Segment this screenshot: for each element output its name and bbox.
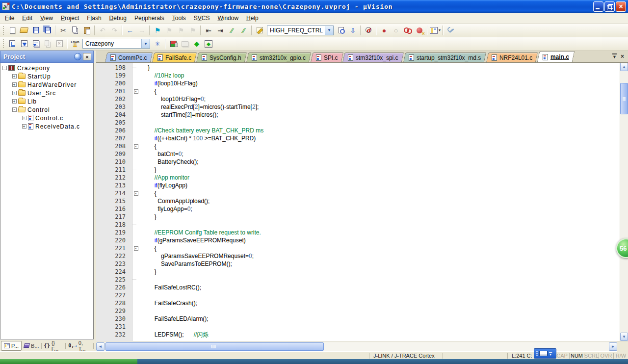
insert-remove-breakpoint-button[interactable]: ● xyxy=(378,25,390,36)
translate-button[interactable] xyxy=(6,38,18,50)
menu-project[interactable]: Project xyxy=(57,14,83,23)
menu-help[interactable]: Help xyxy=(242,14,262,23)
tree-item-startup[interactable]: +StartUp xyxy=(0,72,93,80)
tree-item-user-src[interactable]: +User_Src xyxy=(0,89,93,97)
project-panel-close-icon[interactable]: × xyxy=(83,53,91,60)
ime-options-icon[interactable]: ▬▾ xyxy=(549,351,552,356)
code-editor[interactable]: 198 }199 //10Hz loop200 if(loop10HzFlag)… xyxy=(96,63,620,341)
unindent-button[interactable]: ⇤ xyxy=(203,25,214,36)
toolbar-grip-icon[interactable] xyxy=(2,39,5,48)
menu-peripherals[interactable]: Peripherals xyxy=(131,14,168,23)
menu-debug[interactable]: Debug xyxy=(105,14,131,23)
keyboard-icon[interactable] xyxy=(539,351,548,356)
save-all-button[interactable] xyxy=(42,25,53,36)
menu-edit[interactable]: Edit xyxy=(18,14,36,23)
options-for-target-button[interactable]: ◆ xyxy=(191,38,203,50)
tree-item-hardwaredriver[interactable]: +HardWareDriver xyxy=(0,80,93,89)
navigate-forward-button[interactable]: → xyxy=(136,25,148,36)
tab-main-c[interactable]: main.c xyxy=(537,51,575,62)
scroll-up-icon[interactable]: ▲ xyxy=(620,63,628,71)
tab-startup-stm32f10x-md-s[interactable]: startup_stm32f10x_md.s xyxy=(403,52,487,62)
tree-item-lib[interactable]: +Lib xyxy=(0,97,93,105)
horizontal-scroll-track[interactable] xyxy=(105,342,609,351)
incremental-find-button[interactable]: ⇩ xyxy=(347,25,359,36)
copy-button[interactable] xyxy=(69,25,81,36)
menu-svcs[interactable]: SVCS xyxy=(190,14,214,23)
next-bookmark-button[interactable]: ⚑ xyxy=(175,25,187,36)
navigate-back-button[interactable]: ← xyxy=(124,25,136,36)
tree-item-receivedata-c[interactable]: +ReceiveData.c xyxy=(0,122,93,130)
menu-window[interactable]: Window xyxy=(213,14,242,23)
cut-button[interactable]: ✂ xyxy=(57,25,69,36)
uncomment-selection-button[interactable]: ∕∕ xyxy=(238,25,250,36)
fold-collapse-icon[interactable]: - xyxy=(134,246,138,251)
options-for-target-wand-button[interactable] xyxy=(152,38,163,50)
tab-list-icon[interactable]: ▼ xyxy=(612,53,617,59)
find-in-files-button[interactable] xyxy=(335,25,347,36)
undo-button[interactable]: ↶ xyxy=(97,25,108,36)
view-tab-fv[interactable]: {}{} F... xyxy=(42,341,66,351)
expand-icon[interactable]: + xyxy=(12,82,17,87)
enable-disable-breakpoint-button[interactable]: ○ xyxy=(390,25,402,36)
browse-information-button[interactable]: d xyxy=(363,25,374,36)
manage-project-items-button[interactable] xyxy=(203,38,214,50)
save-button[interactable] xyxy=(30,25,42,36)
new-file-button[interactable] xyxy=(6,25,18,36)
manage-run-time-environment-button[interactable] xyxy=(167,38,179,50)
tab-stm32f10x-spi-c[interactable]: stm32f10x_spi.c xyxy=(342,52,404,62)
window-layouts-button[interactable]: ▾ xyxy=(429,25,441,36)
download-to-flash-button[interactable] xyxy=(69,38,81,50)
view-tab-bv[interactable]: B... xyxy=(22,341,42,351)
tab-failsafe-c[interactable]: FailSafe.c xyxy=(152,52,197,62)
disable-all-breakpoints-button[interactable] xyxy=(402,25,414,36)
tab-stm32f10x-gpio-c[interactable]: stm32f10x_gpio.c xyxy=(246,52,311,62)
view-tab-tv[interactable]: 0,0, T... xyxy=(66,341,94,351)
find-text-combobox[interactable]: HIGH_FREQ_CTRL▼ xyxy=(267,26,334,35)
expand-icon[interactable]: + xyxy=(12,99,17,104)
menu-file[interactable]: File xyxy=(1,14,18,23)
horizontal-scroll-thumb[interactable] xyxy=(105,342,324,351)
auto-hide-pin-icon[interactable] xyxy=(74,53,81,60)
scroll-right-icon[interactable]: ► xyxy=(609,342,617,351)
chevron-down-icon[interactable]: ▼ xyxy=(141,39,150,48)
fold-collapse-icon[interactable]: - xyxy=(134,144,138,149)
tab-sysconfig-h[interactable]: SysConfig.h xyxy=(196,52,247,62)
scroll-left-icon[interactable]: ◄ xyxy=(96,342,105,351)
paste-button[interactable] xyxy=(81,25,93,36)
minimize-button[interactable] xyxy=(593,1,603,12)
tab-spi-c[interactable]: SPI.c xyxy=(311,52,343,62)
menu-view[interactable]: View xyxy=(36,14,57,23)
indent-button[interactable]: ⇥ xyxy=(214,25,226,36)
comment-selection-button[interactable]: ∕∕ xyxy=(226,25,238,36)
tab-commpc-c[interactable]: CommPc.c xyxy=(105,52,153,62)
clear-bookmarks-button[interactable]: ⚑ xyxy=(187,25,199,36)
expand-icon[interactable]: + xyxy=(22,124,26,129)
previous-bookmark-button[interactable]: ⚑ xyxy=(163,25,175,36)
build-button[interactable] xyxy=(18,38,30,50)
taskbar-start-segment[interactable] xyxy=(0,359,137,364)
configure-flash-menu-button[interactable] xyxy=(254,25,265,36)
tree-item-control-c[interactable]: +Control.c xyxy=(0,114,93,122)
taskbar-segment[interactable] xyxy=(137,359,628,364)
open-file-button[interactable] xyxy=(18,25,30,36)
tree-item-control[interactable]: -Control xyxy=(0,105,93,114)
insert-bookmark-button[interactable]: ⚑ xyxy=(152,25,163,36)
fold-collapse-icon[interactable]: - xyxy=(134,89,138,94)
vertical-scroll-thumb[interactable] xyxy=(620,83,628,114)
close-document-icon[interactable]: × xyxy=(621,54,624,59)
tree-item-crazepony[interactable]: -Crazepony xyxy=(0,64,93,72)
select-target-combobox[interactable]: Crazepony▼ xyxy=(82,39,150,49)
kill-all-breakpoints-button[interactable] xyxy=(414,25,425,36)
close-button[interactable] xyxy=(616,1,626,12)
manage-components-button[interactable] xyxy=(179,38,191,50)
fold-collapse-icon[interactable]: - xyxy=(134,191,138,196)
expand-icon[interactable]: + xyxy=(22,116,26,120)
scroll-down-icon[interactable]: ▼ xyxy=(620,333,628,341)
configure-tools-button[interactable] xyxy=(445,25,457,36)
menu-tools[interactable]: Tools xyxy=(168,14,190,23)
tab-nrf24l01-c[interactable]: NRF24L01.c xyxy=(486,52,538,62)
redo-button[interactable]: ↷ xyxy=(108,25,120,36)
collapse-icon[interactable]: - xyxy=(2,66,7,70)
ime-language-bar[interactable]: ▬▾ xyxy=(534,348,556,359)
restore-button[interactable] xyxy=(604,1,615,12)
